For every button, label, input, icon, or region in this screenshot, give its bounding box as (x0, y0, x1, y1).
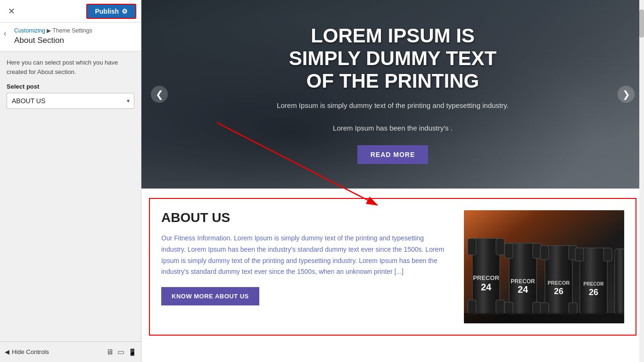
svg-rect-29 (615, 249, 624, 314)
publish-label: Publish (95, 8, 119, 15)
about-image: PRECOR 24 PRECOR 24 PRECOR (464, 210, 624, 323)
customizer-panel: ✕ Publish ⚙ ‹ Customizing ▶ Theme Settin… (0, 0, 141, 362)
close-button[interactable]: ✕ (5, 5, 18, 18)
svg-rect-7 (496, 300, 504, 314)
svg-rect-14 (533, 302, 541, 314)
select-post-dropdown[interactable]: ABOUT US HOME SERVICES CONTACT (7, 93, 134, 109)
svg-text:PRECOR: PRECOR (473, 274, 499, 281)
breadcrumb-separator: ▶ (47, 27, 52, 34)
about-title: ABOUT US (161, 210, 450, 225)
panel-content: Here you can select post which you have … (0, 51, 141, 341)
hero-title: LOREM IPSUM ISSIMPLY DUMMY TEXTOF THE PR… (277, 25, 509, 93)
hero-read-more-button[interactable]: READ MORE (357, 145, 429, 164)
breadcrumb: Customizing ▶ Theme Settings (14, 27, 134, 34)
about-body-text: Our Fitness Information. Lorem Ipsum is … (161, 233, 450, 278)
svg-text:PRECOR: PRECOR (547, 280, 570, 286)
panel-description: Here you can select post which you have … (7, 58, 134, 76)
slider-prev-button[interactable]: ❮ (151, 86, 168, 103)
gym-weights-visual: PRECOR 24 PRECOR 24 PRECOR (464, 210, 624, 323)
svg-rect-25 (575, 248, 584, 261)
scroll-track[interactable] (639, 0, 644, 362)
svg-text:PRECOR: PRECOR (584, 281, 604, 287)
preview-panel: ❮ LOREM IPSUM ISSIMPLY DUMMY TEXTOF THE … (141, 0, 644, 362)
svg-rect-21 (569, 303, 577, 314)
svg-rect-26 (603, 248, 612, 261)
svg-text:26: 26 (589, 288, 598, 297)
slider-next-icon: ❯ (622, 89, 630, 100)
hero-content: LOREM IPSUM ISSIMPLY DUMMY TEXTOF THE PR… (267, 25, 518, 165)
tablet-icon: ▭ (117, 348, 124, 356)
slider-next-button[interactable]: ❯ (618, 86, 635, 103)
dumbbell-svg: PRECOR 24 PRECOR 24 PRECOR (464, 210, 624, 323)
hero-subtitle-line1: Lorem Ipsum is simply dummy text of the … (277, 100, 509, 111)
svg-rect-24 (580, 248, 607, 314)
publish-button[interactable]: Publish ⚙ (86, 4, 136, 19)
hide-controls-arrow-icon: ◀ (5, 348, 9, 355)
close-icon: ✕ (8, 6, 15, 16)
desktop-view-button[interactable]: 🖥 (106, 347, 114, 356)
svg-rect-5 (468, 300, 476, 314)
svg-text:24: 24 (518, 284, 528, 295)
section-title: About Section (14, 36, 134, 45)
back-icon: ‹ (4, 29, 6, 37)
bottom-bar: ◀ Hide Controls 🖥 ▭ 📱 (0, 341, 141, 362)
scroll-thumb[interactable] (639, 9, 644, 38)
select-post-wrapper: ABOUT US HOME SERVICES CONTACT ▾ (7, 93, 134, 109)
svg-rect-19 (540, 303, 549, 314)
svg-text:24: 24 (481, 282, 492, 292)
select-post-label: Select post (7, 83, 134, 90)
gear-icon: ⚙ (122, 8, 128, 15)
device-icons: 🖥 ▭ 📱 (106, 347, 136, 356)
svg-rect-12 (504, 302, 513, 314)
breadcrumb-theme-settings: Theme Settings (53, 27, 92, 34)
about-section: ABOUT US Our Fitness Information. Lorem … (149, 198, 636, 336)
slider-prev-icon: ❮ (156, 89, 164, 100)
top-bar: ✕ Publish ⚙ (0, 0, 141, 23)
know-more-button[interactable]: KNOW MORE ABOUT US (161, 287, 259, 305)
svg-rect-18 (540, 246, 549, 260)
svg-rect-4 (468, 239, 476, 255)
about-content: ABOUT US Our Fitness Information. Lorem … (161, 210, 450, 305)
hide-controls-button[interactable]: ◀ Hide Controls (5, 348, 49, 355)
svg-rect-6 (496, 239, 504, 255)
mobile-icon: 📱 (128, 348, 136, 356)
svg-rect-11 (504, 243, 513, 258)
svg-text:PRECOR: PRECOR (511, 278, 535, 285)
hide-controls-label: Hide Controls (12, 348, 49, 355)
breadcrumb-customizing[interactable]: Customizing (14, 27, 45, 34)
hero-slider: ❮ LOREM IPSUM ISSIMPLY DUMMY TEXTOF THE … (141, 0, 644, 189)
tablet-view-button[interactable]: ▭ (117, 347, 124, 356)
svg-text:26: 26 (554, 287, 563, 296)
back-button[interactable]: ‹ (4, 29, 6, 38)
svg-rect-13 (533, 243, 541, 258)
section-header: Customizing ▶ Theme Settings About Secti… (0, 23, 141, 51)
mobile-view-button[interactable]: 📱 (128, 347, 136, 356)
hero-subtitle-line2: Lorem Ipsum has been the industry's . (277, 123, 509, 134)
svg-rect-30 (464, 313, 624, 323)
desktop-icon: 🖥 (106, 348, 114, 356)
